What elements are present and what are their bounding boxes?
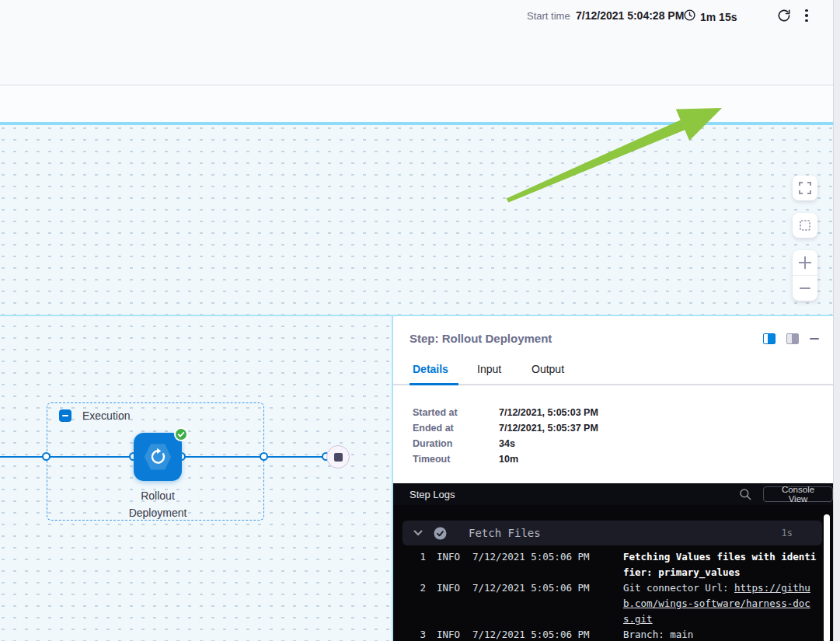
start-time-label: Start time [527,10,570,22]
step-logs-title: Step Logs [410,489,455,500]
kebab-icon [805,9,808,23]
step-logs-body: Fetch Files 1s 1 INFO 7/12/2021 5:05:06 … [393,505,833,641]
tab-input[interactable]: Input [477,363,501,375]
step-node-label: Rollout Deployment [96,487,220,521]
execution-header-bar: Start time 7/12/2021 5:04:28 PM 1m 15s [0,0,833,85]
stop-icon [334,453,343,462]
edge-connector [260,452,268,461]
logs-console-view-button[interactable]: Console View [763,486,833,502]
dock-bottom-layout-icon[interactable] [786,333,799,344]
pipeline-end-node[interactable] [326,445,350,469]
start-time-value: 7/12/2021 5:04:28 PM [576,9,684,22]
refresh-button[interactable] [775,6,793,25]
detail-value: 7/12/2021, 5:05:37 PM [499,423,598,434]
elapsed-duration: 1m 15s [683,9,737,25]
rollout-refresh-icon [148,447,168,467]
detail-label: Duration [413,438,499,449]
section-success-icon [434,527,447,540]
logs-scrollbar[interactable] [824,514,830,641]
log-line: 2 INFO 7/12/2021 5:05:06 PM Git connecto… [417,580,817,627]
minimize-panel-button[interactable] [808,333,821,344]
more-options-button[interactable] [797,6,816,25]
tabs-divider [393,384,833,385]
log-section-name: Fetch Files [469,527,541,539]
zoom-buttons [793,250,817,301]
log-line: 1 INFO 7/12/2021 5:05:06 PM Fetching Val… [417,549,817,580]
chevron-down-icon [413,530,423,536]
detail-value: 7/12/2021, 5:05:03 PM [499,407,598,418]
log-entries: 1 INFO 7/12/2021 5:05:06 PM Fetching Val… [417,549,817,641]
right-edge-gutter [833,0,840,641]
detail-row: Duration 34s [413,436,598,451]
log-level: INFO [437,549,462,580]
panel-tabs: Details Input Output [393,363,833,386]
log-line: 3 INFO 7/12/2021 5:05:06 PM Branch: main [417,627,817,641]
panel-title: Step: Rollout Deployment [410,332,552,345]
step-success-badge [174,427,188,441]
search-icon[interactable] [738,487,752,501]
tab-output[interactable]: Output [532,363,564,375]
detail-label: Ended at [413,423,499,434]
log-line-number: 1 [417,549,426,580]
log-section-duration: 1s [782,528,793,538]
log-section-fetch-files[interactable]: Fetch Files 1s [403,521,822,545]
log-line-number: 2 [417,580,426,627]
fullscreen-button[interactable] [793,176,817,200]
log-line-number: 3 [417,627,426,641]
clock-icon [683,9,696,25]
detail-row: Started at 7/12/2021, 5:05:03 PM [413,405,598,420]
detail-row: Ended at 7/12/2021, 5:05:37 PM [413,420,598,436]
rollout-deployment-step-node[interactable] [134,433,182,481]
active-tab-underline [410,383,458,385]
detail-value: 10m [499,454,518,465]
plus-icon [799,256,811,269]
edge-connector [42,452,51,461]
log-message: Git connector Url: https://github.com/wi… [623,580,817,627]
minus-icon [800,287,810,289]
zoom-in-button[interactable] [793,250,817,275]
log-message: Fetching Values files with identifier: p… [623,549,817,580]
step-logs-header: Step Logs Console View [393,483,833,505]
check-icon [177,430,185,438]
detail-label: Started at [413,407,499,418]
detail-row: Timeout 10m [413,451,598,467]
detail-value: 34s [499,438,515,449]
elapsed-text: 1m 15s [700,11,737,23]
view-toolbar: Console View [0,86,833,122]
log-timestamp: 7/12/2021 5:05:06 PM [472,627,591,641]
log-level: INFO [437,580,462,627]
log-timestamp: 7/12/2021 5:05:06 PM [472,549,591,580]
fit-to-screen-button[interactable] [793,213,817,238]
detail-label: Timeout [413,454,499,465]
tab-details[interactable]: Details [413,363,448,375]
collapse-group-button[interactable] [59,409,71,422]
fit-to-screen-icon [793,213,817,238]
minus-icon [810,338,819,340]
dock-right-layout-icon[interactable] [763,333,776,344]
pipeline-execution-page: Start time 7/12/2021 5:04:28 PM 1m 15s C… [0,0,840,641]
log-level: INFO [437,627,462,641]
log-timestamp: 7/12/2021 5:05:06 PM [472,580,591,627]
log-message: Branch: main [623,627,817,641]
step-details-panel: Step: Rollout Deployment Details Input O… [392,315,833,641]
zoom-out-button[interactable] [793,276,817,301]
execution-group-label: Execution [82,409,130,422]
step-details-list: Started at 7/12/2021, 5:05:03 PM Ended a… [413,405,598,467]
fullscreen-icon [793,176,817,200]
